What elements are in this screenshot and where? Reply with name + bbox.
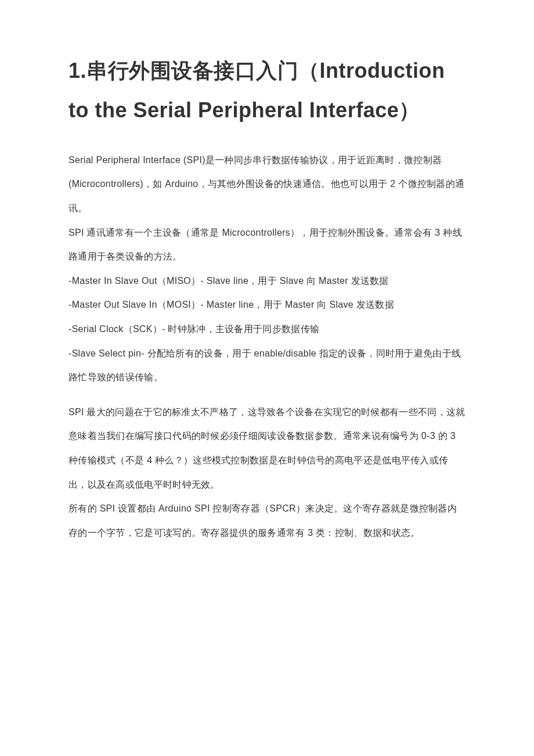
paragraph-master-device: SPI 通讯通常有一个主设备（通常是 Microcontrollers），用于控… xyxy=(68,221,466,269)
document-heading: 1.串行外围设备接口入门（Introduction to the Serial … xyxy=(68,51,466,131)
paragraph-standards: SPI 最大的问题在于它的标准太不严格了，这导致各个设备在实现它的时候都有一些不… xyxy=(68,400,466,496)
paragraph-slave-select: -Slave Select pin- 分配给所有的设备，用于 enable/di… xyxy=(68,341,466,390)
paragraph-spcr: 所有的 SPI 设置都由 Arduino SPI 控制寄存器（SPCR）来决定。… xyxy=(68,496,466,545)
paragraph-sck: -Serial Clock（SCK）- 时钟脉冲，主设备用于同步数据传输 xyxy=(68,317,466,341)
paragraph-intro: Serial Peripheral Interface (SPI)是一种同步串行… xyxy=(68,148,466,221)
paragraph-miso: -Master In Slave Out（MISO）- Slave line，用… xyxy=(68,269,466,293)
paragraph-mosi: -Master Out Slave In（MOSI）- Master line，… xyxy=(68,293,466,317)
